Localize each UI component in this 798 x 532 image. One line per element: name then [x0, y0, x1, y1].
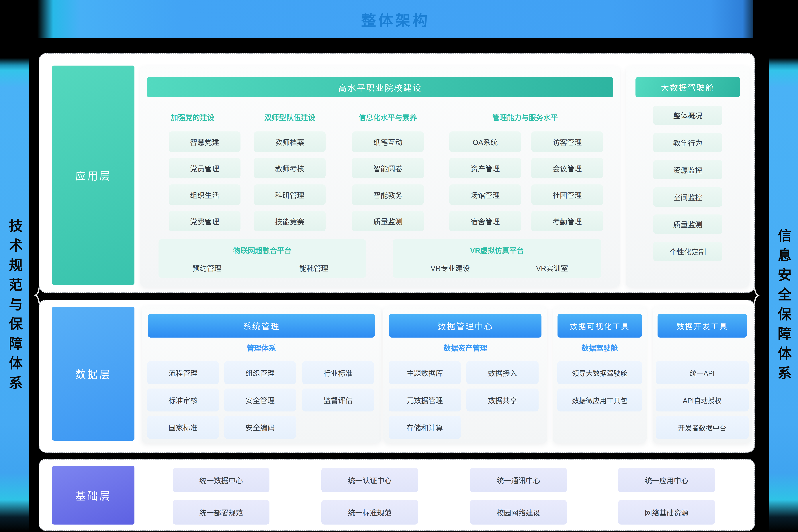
app-node[interactable]: 智能阅卷 — [352, 158, 424, 178]
group-title-informatization: 信息化水平与素养 — [358, 112, 417, 122]
app-node[interactable]: 宿舍管理 — [449, 211, 521, 231]
data-node[interactable]: 标准审核 — [147, 388, 219, 412]
foundation-node[interactable]: 统一认证中心 — [321, 468, 418, 492]
page-title: 整体架构 — [361, 8, 430, 30]
app-node[interactable]: 组织生活 — [169, 185, 241, 205]
data-section-center: 数据管理中心 数据资产管理 主题数据库 数据接入 元数据管理 数据共享 存储和计… — [383, 306, 547, 443]
application-layer-label: 应用层 — [52, 65, 134, 285]
cockpit-node[interactable]: 整体概况 — [653, 106, 722, 125]
right-rail: 信息安全保障体系 — [769, 38, 798, 532]
app-node[interactable]: 质量监测 — [352, 211, 424, 231]
app-node[interactable]: 教师档案 — [254, 131, 326, 152]
application-layer-container: 应用层 高水平职业院校建设 加强党的建设 双师型队伍建设 信息化水平与素养 管理… — [39, 53, 755, 293]
app-node[interactable]: 访客管理 — [531, 131, 603, 152]
data-center-subheader: 数据资产管理 — [383, 342, 547, 353]
top-banner: 整体架构 — [37, 0, 753, 38]
data-section-development: 数据开发工具 统一API API自动授权 开发者数据中台 — [653, 306, 752, 443]
app-node[interactable]: 科研管理 — [254, 185, 326, 205]
data-node[interactable]: 统一API — [656, 361, 749, 384]
viz-tools-header[interactable]: 数据可视化工具 — [557, 314, 642, 338]
data-node[interactable]: 开发者数据中台 — [656, 416, 749, 439]
foundation-node[interactable]: 统一数据中心 — [173, 468, 270, 492]
foundation-layer-label: 基础层 — [52, 466, 134, 525]
data-layer-label: 数据层 — [52, 307, 134, 441]
foundation-node[interactable]: 统一应用中心 — [618, 468, 715, 492]
app-node[interactable]: 考勤管理 — [531, 211, 603, 231]
data-node[interactable]: 组织管理 — [224, 361, 296, 384]
data-node[interactable]: 安全管理 — [224, 388, 296, 412]
iot-platform-item[interactable]: 预约管理 — [192, 263, 222, 273]
data-center-header[interactable]: 数据管理中心 — [389, 314, 541, 338]
vr-platform-item[interactable]: VR专业建设 — [430, 263, 470, 273]
data-node[interactable]: 安全编码 — [224, 416, 296, 439]
cockpit-node[interactable]: 教学行为 — [653, 133, 722, 152]
cockpit-node[interactable]: 质量监测 — [653, 214, 722, 234]
app-node[interactable]: 教师考核 — [254, 158, 326, 178]
foundation-node[interactable]: 统一部署规范 — [173, 500, 270, 525]
data-node[interactable]: API自动授权 — [656, 388, 749, 412]
data-node[interactable]: 领导大数据驾驶舱 — [557, 361, 642, 384]
left-rail: 技术规范与保障体系 — [0, 38, 29, 532]
data-node[interactable]: 存储和计算 — [389, 416, 461, 439]
data-node[interactable]: 数据接入 — [466, 361, 539, 384]
app-node[interactable]: 纸笔互动 — [352, 131, 424, 152]
group-title-party: 加强党的建设 — [171, 112, 215, 122]
dev-tools-header[interactable]: 数据开发工具 — [657, 314, 747, 338]
iot-platform-panel[interactable]: 物联网超融合平台 预约管理 能耗管理 — [159, 239, 366, 278]
data-section-visualization: 数据可视化工具 数据驾驶舱 领导大数据驾驶舱 数据微应用工具包 — [553, 306, 647, 443]
group-title-teachers: 双师型队伍建设 — [264, 112, 315, 122]
system-mgmt-header[interactable]: 系统管理 — [148, 314, 375, 338]
viz-tools-subheader: 数据驾驶舱 — [553, 342, 647, 353]
data-layer-container: 数据层 系统管理 管理体系 流程管理 组织管理 行业标准 标准审核 安全管理 监… — [39, 300, 755, 453]
app-node[interactable]: 场馆管理 — [449, 185, 521, 205]
right-rail-label: 信息安全保障体系 — [769, 38, 798, 532]
group-title-management: 管理能力与服务水平 — [492, 112, 558, 122]
data-node[interactable]: 监督评估 — [302, 388, 374, 412]
foundation-layer-container: 基础层 统一数据中心 统一认证中心 统一通讯中心 统一应用中心 统一部署规范 统… — [39, 459, 755, 531]
cockpit-card: 大数据驾驶舱 整体概况 教学行为 资源监控 空间监控 质量监测 个性化定制 — [626, 66, 749, 287]
iot-platform-item[interactable]: 能耗管理 — [299, 263, 328, 273]
app-node[interactable]: 技能竞赛 — [254, 211, 326, 231]
data-node[interactable]: 国家标准 — [147, 416, 219, 439]
data-node[interactable]: 元数据管理 — [389, 388, 461, 412]
left-rail-label: 技术规范与保障体系 — [0, 38, 29, 532]
data-node[interactable]: 流程管理 — [147, 361, 219, 384]
cockpit-node[interactable]: 资源监控 — [653, 160, 722, 179]
vr-platform-title: VR虚拟仿真平台 — [470, 245, 524, 255]
foundation-node[interactable]: 网络基础资源 — [618, 500, 715, 525]
data-node[interactable]: 主题数据库 — [389, 361, 461, 384]
data-node[interactable]: 数据共享 — [466, 388, 539, 412]
app-node[interactable]: 资产管理 — [449, 158, 521, 178]
app-node[interactable]: 智能教务 — [352, 185, 424, 205]
cockpit-node[interactable]: 个性化定制 — [653, 242, 722, 261]
cockpit-node[interactable]: 空间监控 — [653, 187, 722, 207]
data-section-system: 系统管理 管理体系 流程管理 组织管理 行业标准 标准审核 安全管理 监督评估 … — [142, 306, 381, 443]
foundation-node[interactable]: 统一标准规范 — [321, 500, 418, 525]
foundation-node[interactable]: 统一通讯中心 — [470, 468, 567, 492]
foundation-node[interactable]: 校园网络建设 — [470, 500, 567, 525]
data-node[interactable]: 数据微应用工具包 — [557, 388, 642, 412]
app-node[interactable]: OA系统 — [449, 131, 521, 152]
cockpit-header[interactable]: 大数据驾驶舱 — [635, 77, 740, 97]
app-node[interactable]: 社团管理 — [531, 185, 603, 205]
app-main-header[interactable]: 高水平职业院校建设 — [147, 77, 613, 97]
app-main-card: 高水平职业院校建设 加强党的建设 双师型队伍建设 信息化水平与素养 管理能力与服… — [140, 66, 620, 287]
iot-platform-title: 物联网超融合平台 — [233, 245, 292, 255]
app-node[interactable]: 党费管理 — [169, 211, 241, 231]
data-node[interactable]: 行业标准 — [302, 361, 374, 384]
app-node[interactable]: 会议管理 — [531, 158, 603, 178]
app-node[interactable]: 党员管理 — [169, 158, 241, 178]
app-node[interactable]: 智慧党建 — [169, 131, 241, 152]
vr-platform-panel[interactable]: VR虚拟仿真平台 VR专业建设 VR实训室 — [393, 239, 601, 278]
architecture-page: { "page": { "title": "整体架构" }, "side_lab… — [0, 0, 798, 532]
vr-platform-item[interactable]: VR实训室 — [536, 263, 568, 273]
system-mgmt-subheader: 管理体系 — [142, 342, 381, 353]
